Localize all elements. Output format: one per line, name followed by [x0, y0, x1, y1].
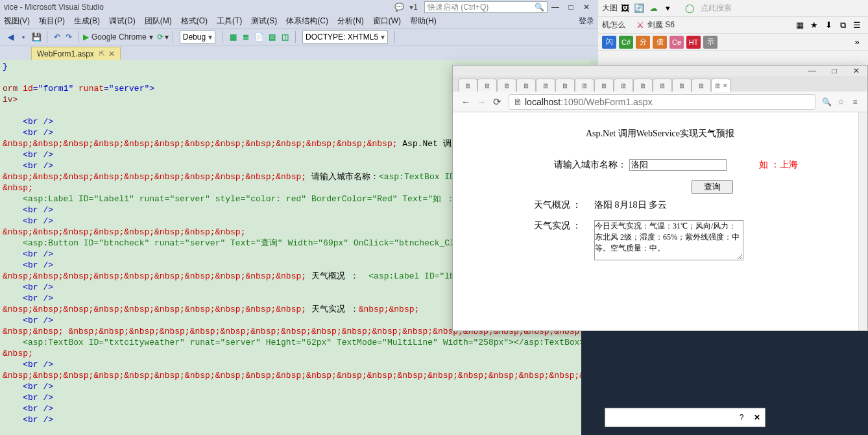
- bookmark-tile[interactable]: C#: [619, 36, 633, 49]
- chrome-tab[interactable]: 🗎: [633, 79, 653, 92]
- menu-team[interactable]: 团队(M): [145, 16, 172, 27]
- pin-icon[interactable]: ⇱: [99, 50, 104, 57]
- chevron-down-icon[interactable]: ▾: [165, 32, 169, 42]
- menu-window[interactable]: 窗口(W): [373, 16, 401, 27]
- redo-icon[interactable]: ↷: [63, 32, 75, 42]
- vs-titlebar: vice - Microsoft Visual Studio 💬 ▾1 快速启动…: [0, 0, 598, 14]
- chrome-tab[interactable]: 🗎: [672, 79, 692, 92]
- capture-icon[interactable]: ⧉: [836, 19, 850, 31]
- search-icon[interactable]: 🔍: [535, 3, 544, 12]
- quick-launch-placeholder: 快速启动 (Ctrl+Q): [428, 2, 535, 13]
- refresh-icon[interactable]: ⟳: [157, 32, 163, 42]
- bookmark-tile[interactable]: 闪: [602, 36, 616, 49]
- vs-menubar: 视图(V) 项目(P) 生成(B) 调试(D) 团队(M) 格式(O) 工具(T…: [0, 14, 598, 29]
- tab-webform1[interactable]: WebForm1.aspx ⇱ ✕: [31, 47, 121, 60]
- toolbar-icon[interactable]: ▤: [265, 32, 278, 42]
- menu-test[interactable]: 测试(S): [251, 16, 277, 27]
- chrome-tab[interactable]: 🗎: [477, 79, 497, 92]
- zoom-icon[interactable]: 🔍: [819, 97, 834, 106]
- sync-icon[interactable]: 🔄: [632, 3, 646, 14]
- bookmark-tile[interactable]: HT: [686, 36, 701, 49]
- search-hint[interactable]: 点此搜索: [701, 3, 732, 14]
- menu-architecture[interactable]: 体系结构(C): [286, 16, 328, 27]
- scrollbar[interactable]: [858, 112, 867, 330]
- bookmark-tile[interactable]: 分: [636, 36, 650, 49]
- tab-close-icon[interactable]: ✕: [108, 49, 115, 58]
- bookmark-tile[interactable]: 债: [653, 36, 667, 49]
- chrome-tab[interactable]: 🗎: [497, 79, 516, 92]
- close-icon[interactable]: ✕: [579, 3, 594, 12]
- minimize-icon[interactable]: —: [548, 3, 563, 12]
- label: 大图: [602, 3, 618, 14]
- chat-icon[interactable]: 💬: [394, 3, 404, 12]
- menu-build[interactable]: 生成(B): [74, 16, 100, 27]
- bookmark-tile[interactable]: 示: [703, 36, 717, 49]
- close-icon[interactable]: ✕: [749, 413, 765, 422]
- menu-icon[interactable]: ☰: [850, 19, 864, 31]
- toolbar-icon[interactable]: ≣: [239, 32, 252, 42]
- chrome-tab[interactable]: 🗎: [516, 79, 536, 92]
- config-dropdown[interactable]: Debug▾: [180, 31, 215, 44]
- chrome-tab[interactable]: 🗎: [653, 79, 672, 92]
- chrome-tab[interactable]: 🗎: [555, 79, 575, 92]
- menu-help[interactable]: 帮助(H): [410, 16, 437, 27]
- menu-project[interactable]: 项目(P): [39, 16, 65, 27]
- flag-icon[interactable]: ▾1: [409, 3, 418, 12]
- live-textarea[interactable]: 今日天气实况：气温：31℃；风向/风力：东北风 2级；湿度：65%；紫外线强度：…: [594, 220, 743, 260]
- toolbar-icon[interactable]: 📄: [252, 32, 265, 42]
- grid-icon[interactable]: ▦: [793, 19, 807, 31]
- back-icon[interactable]: ←: [458, 96, 474, 107]
- cloud-icon[interactable]: ☁: [646, 3, 660, 14]
- menu-tools[interactable]: 工具(T): [217, 16, 242, 27]
- chrome-tab[interactable]: 🗎: [536, 79, 555, 92]
- city-input[interactable]: [629, 159, 727, 171]
- address-bar[interactable]: 🗎 localhost:1090/WebForm1.aspx: [509, 94, 815, 110]
- page-body: Asp.Net 调用WebService实现天气预报 请输入城市名称： 如 ：上…: [453, 112, 867, 288]
- label[interactable]: 机怎么: [602, 19, 625, 31]
- star-icon[interactable]: ★: [807, 19, 821, 31]
- close-icon[interactable]: ✕: [845, 66, 867, 75]
- chevron-right-icon[interactable]: »: [850, 36, 864, 48]
- chrome-window: — □ ✕ 🗎 🗎 🗎 🗎 🗎 🗎 🗎 🗎 🗎 🗎 🗎 🗎 🗎 🗎✕ ← → ⟳…: [452, 65, 868, 331]
- run-target[interactable]: Google Chrome: [91, 32, 147, 42]
- chrome-tab[interactable]: 🗎: [692, 79, 711, 92]
- maximize-icon[interactable]: □: [823, 66, 845, 75]
- chevron-down-icon[interactable]: ▾: [149, 32, 153, 42]
- forward-icon[interactable]: →: [474, 96, 489, 107]
- chrome-tab[interactable]: 🗎: [594, 79, 614, 92]
- undo-icon[interactable]: ↶: [51, 32, 63, 42]
- toolbar-icon[interactable]: ▦: [226, 32, 239, 42]
- doctype-dropdown[interactable]: DOCTYPE: XHTML5▾: [302, 31, 388, 44]
- navigate-back-icon[interactable]: ◀: [4, 32, 17, 42]
- chrome-tab[interactable]: 🗎: [575, 79, 594, 92]
- tab-close-icon[interactable]: ✕: [723, 82, 728, 89]
- navigate-fwd-icon[interactable]: ▪: [17, 32, 30, 42]
- toolbar-icon[interactable]: ◫: [278, 32, 291, 42]
- chrome-tab-active[interactable]: 🗎✕: [711, 79, 730, 92]
- maximize-icon[interactable]: □: [563, 3, 579, 12]
- reload-icon[interactable]: ⟳: [489, 96, 505, 108]
- download-icon[interactable]: ⬇: [821, 19, 836, 31]
- chevron-down-icon[interactable]: ▾: [660, 3, 675, 14]
- chrome-tab[interactable]: 🗎: [458, 79, 477, 92]
- menu-icon[interactable]: ≡: [848, 97, 862, 106]
- image-icon[interactable]: 🖼: [618, 3, 632, 14]
- chrome-tab[interactable]: 🗎: [614, 79, 633, 92]
- help-popup: ? ✕: [605, 408, 766, 427]
- quick-launch[interactable]: 快速启动 (Ctrl+Q) 🔍: [424, 1, 548, 13]
- query-button[interactable]: 查询: [692, 180, 733, 194]
- play-icon[interactable]: ▶: [83, 32, 89, 42]
- ring-icon[interactable]: ◯: [682, 3, 697, 14]
- sign-in-link[interactable]: 登录: [579, 16, 594, 27]
- menu-format[interactable]: 格式(O): [181, 16, 208, 27]
- save-icon[interactable]: 💾: [30, 32, 43, 42]
- help-icon[interactable]: ?: [734, 413, 749, 422]
- bookmark-tile[interactable]: Ce: [669, 36, 684, 49]
- page-title: Asp.Net 调用WebService实现天气预报: [464, 128, 856, 140]
- minimize-icon[interactable]: —: [801, 66, 823, 75]
- menu-debug[interactable]: 调试(D): [109, 16, 136, 27]
- label[interactable]: 剑魔 S6: [647, 19, 675, 31]
- menu-analyze[interactable]: 分析(N): [337, 16, 364, 27]
- star-icon[interactable]: ☆: [834, 97, 848, 106]
- menu-view[interactable]: 视图(V): [4, 16, 30, 27]
